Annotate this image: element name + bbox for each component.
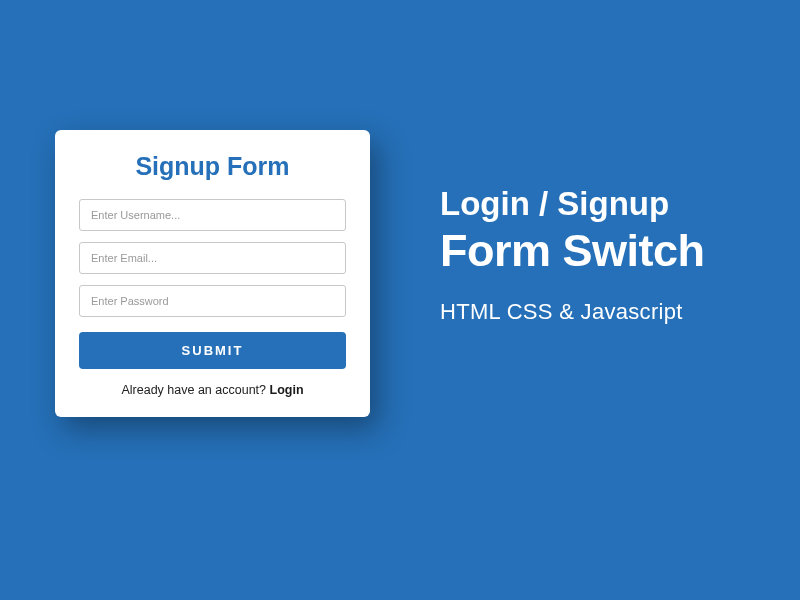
username-input[interactable] [79,199,346,231]
hero-heading-line1: Login / Signup [440,185,705,223]
email-input[interactable] [79,242,346,274]
switch-account-text: Already have an account? Login [79,383,346,397]
switch-prompt: Already have an account? [121,383,269,397]
signup-form-card: Signup Form SUBMIT Already have an accou… [55,130,370,417]
password-input[interactable] [79,285,346,317]
login-link[interactable]: Login [270,383,304,397]
hero-heading-line2: Form Switch [440,225,705,277]
hero-section: Login / Signup Form Switch HTML CSS & Ja… [440,185,705,325]
hero-subtitle: HTML CSS & Javascript [440,299,705,325]
form-title: Signup Form [79,152,346,181]
submit-button[interactable]: SUBMIT [79,332,346,369]
